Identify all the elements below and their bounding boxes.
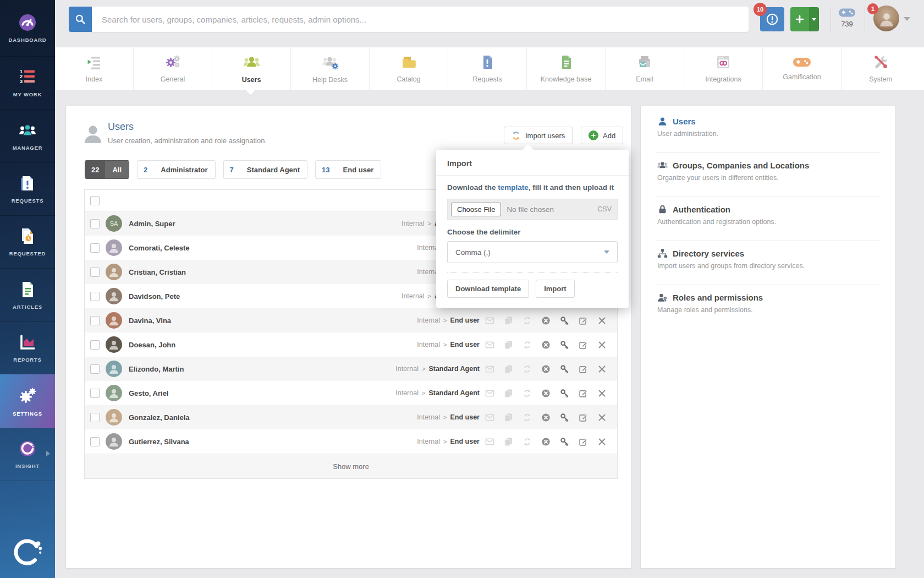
deactivate-user-icon[interactable]	[541, 364, 551, 374]
settings-nav-groups[interactable]: Groups, Companies and Locations Organize…	[641, 160, 895, 182]
sidebar-item-requests[interactable]: REQUESTS	[0, 162, 55, 216]
user-name-link[interactable]: Doesan, John	[129, 341, 175, 349]
row-checkbox[interactable]	[90, 268, 100, 277]
tab-general[interactable]: General	[133, 47, 212, 90]
row-checkbox[interactable]	[90, 389, 100, 398]
add-dropdown-caret-icon[interactable]	[809, 7, 819, 31]
send-email-icon[interactable]	[485, 364, 494, 374]
tab-integrations[interactable]: Integrations	[684, 47, 762, 90]
edit-user-icon[interactable]	[579, 316, 588, 325]
user-name-link[interactable]: Davina, Vina	[129, 317, 171, 325]
import-users-button[interactable]: Import users	[504, 127, 573, 144]
import-submit-button[interactable]: Import	[536, 280, 574, 298]
sync-user-icon[interactable]	[522, 316, 532, 325]
duplicate-user-icon[interactable]	[504, 316, 513, 325]
delete-user-icon[interactable]	[597, 389, 607, 398]
edit-user-icon[interactable]	[579, 437, 588, 446]
delete-user-icon[interactable]	[597, 413, 607, 422]
filter-administrator[interactable]: 2 Administrator	[137, 160, 215, 179]
template-link[interactable]: template	[498, 183, 529, 192]
duplicate-user-icon[interactable]	[504, 389, 513, 398]
row-checkbox[interactable]	[90, 219, 100, 228]
tab-index[interactable]: Index	[55, 47, 133, 90]
send-email-icon[interactable]	[485, 316, 494, 325]
profile-menu-caret-icon[interactable]	[904, 17, 910, 21]
sync-user-icon[interactable]	[522, 413, 532, 422]
user-name-link[interactable]: Admin, Super	[129, 220, 175, 228]
reset-password-icon[interactable]	[560, 316, 569, 325]
user-name-link[interactable]: Cristian, Cristian	[129, 268, 186, 276]
sync-user-icon[interactable]	[522, 364, 532, 374]
select-all-checkbox[interactable]	[90, 196, 100, 205]
send-email-icon[interactable]	[485, 413, 494, 422]
user-name-link[interactable]: Comorati, Celeste	[129, 244, 190, 252]
row-checkbox[interactable]	[90, 437, 100, 446]
sidebar-item-dashboard[interactable]: DASHBOARD	[0, 0, 55, 57]
tab-requests[interactable]: Requests	[448, 47, 526, 90]
settings-nav-users[interactable]: Users User administration.	[641, 116, 895, 138]
sidebar-item-insight[interactable]: INSIGHT	[0, 428, 55, 481]
filter-end-user[interactable]: 13 End user	[315, 160, 381, 179]
sidebar-item-my-work[interactable]: 123 MY WORK	[0, 56, 55, 110]
deactivate-user-icon[interactable]	[541, 389, 551, 398]
send-email-icon[interactable]	[485, 389, 494, 398]
row-checkbox[interactable]	[90, 243, 100, 253]
tab-catalog[interactable]: Catalog	[369, 47, 448, 90]
sync-user-icon[interactable]	[522, 389, 532, 398]
row-checkbox[interactable]	[90, 340, 100, 350]
user-name-link[interactable]: Gonzalez, Daniela	[129, 413, 190, 422]
quick-add-button[interactable]	[790, 7, 819, 31]
sync-user-icon[interactable]	[522, 437, 532, 446]
edit-user-icon[interactable]	[579, 364, 588, 374]
user-name-link[interactable]: Elizondo, Martin	[129, 365, 184, 373]
row-checkbox[interactable]	[90, 316, 100, 325]
filter-standard-agent[interactable]: 7 Standard Agent	[223, 160, 308, 179]
reset-password-icon[interactable]	[560, 413, 569, 422]
delete-user-icon[interactable]	[597, 340, 607, 350]
tab-gamification[interactable]: Gamification	[762, 47, 841, 90]
delimiter-select[interactable]: Comma (,)	[447, 241, 618, 263]
add-user-button[interactable]: Add	[581, 127, 623, 144]
delete-user-icon[interactable]	[597, 437, 607, 446]
edit-user-icon[interactable]	[579, 389, 588, 398]
reset-password-icon[interactable]	[560, 437, 569, 446]
sidebar-item-requested[interactable]: REQUESTED	[0, 215, 55, 269]
duplicate-user-icon[interactable]	[504, 413, 513, 422]
tab-email[interactable]: Email	[605, 47, 684, 90]
reset-password-icon[interactable]	[560, 364, 569, 374]
sidebar-item-articles[interactable]: ARTICLES	[0, 268, 55, 322]
sidebar-item-manager[interactable]: MANAGER	[0, 109, 55, 163]
tab-users[interactable]: Users	[212, 47, 290, 90]
duplicate-user-icon[interactable]	[504, 364, 513, 374]
row-checkbox[interactable]	[90, 292, 100, 301]
show-more-button[interactable]: Show more	[85, 454, 617, 478]
sidebar-item-reports[interactable]: REPORTS	[0, 321, 55, 375]
download-template-button[interactable]: Download template	[447, 280, 529, 298]
user-name-link[interactable]: Gesto, Ariel	[129, 389, 168, 397]
send-email-icon[interactable]	[485, 437, 494, 446]
filter-all[interactable]: 22 All	[85, 160, 129, 179]
deactivate-user-icon[interactable]	[541, 437, 551, 446]
deactivate-user-icon[interactable]	[541, 316, 551, 325]
gamification-score[interactable]: 739	[833, 7, 861, 28]
send-email-icon[interactable]	[485, 340, 494, 350]
user-name-link[interactable]: Davidson, Pete	[129, 292, 180, 301]
tab-help-desks[interactable]: Help Desks	[290, 47, 369, 90]
edit-user-icon[interactable]	[579, 340, 588, 350]
user-name-link[interactable]: Gutierrez, Silvana	[129, 438, 189, 446]
tab-system[interactable]: System	[841, 47, 920, 90]
deactivate-user-icon[interactable]	[541, 340, 551, 350]
search-input[interactable]	[92, 7, 749, 32]
settings-nav-directory-services[interactable]: Directory services Import users and grou…	[641, 248, 895, 270]
row-checkbox[interactable]	[90, 413, 100, 422]
settings-nav-roles-permissions[interactable]: Roles and permissions Manage roles and p…	[641, 292, 895, 314]
duplicate-user-icon[interactable]	[504, 340, 513, 350]
row-checkbox[interactable]	[90, 364, 100, 374]
choose-file-button[interactable]: Choose File	[451, 203, 501, 216]
deactivate-user-icon[interactable]	[541, 413, 551, 422]
settings-nav-authentication[interactable]: Authentication Authentication and regist…	[641, 204, 895, 226]
delete-user-icon[interactable]	[597, 316, 607, 325]
search-button[interactable]	[69, 7, 92, 32]
sidebar-item-settings[interactable]: SETTINGS	[0, 374, 55, 428]
reset-password-icon[interactable]	[560, 340, 569, 350]
